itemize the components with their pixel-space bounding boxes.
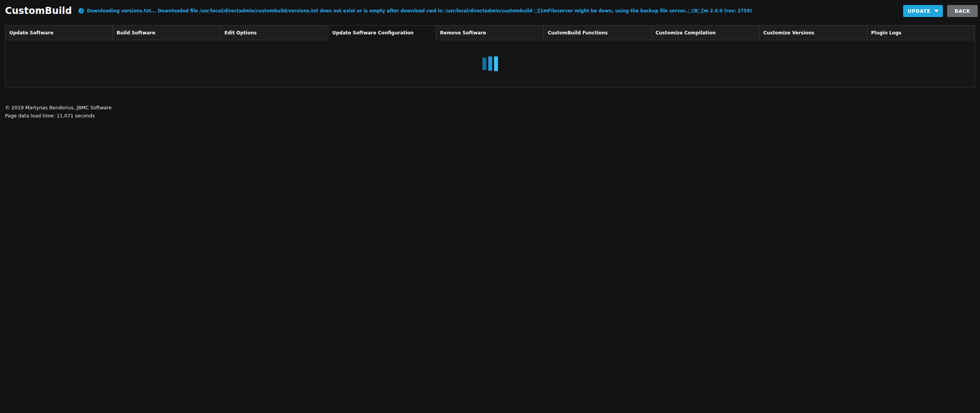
tab-custombuild-functions[interactable]: CustomBuild Functions: [544, 25, 652, 40]
update-button-label: UPDATE: [907, 8, 930, 14]
info-icon: i: [78, 8, 84, 14]
header: CustomBuild i Downloading versions.txt..…: [0, 0, 980, 18]
tab-update-software[interactable]: Update Software: [5, 25, 113, 40]
tab-bar: Update SoftwareBuild SoftwareEdit Option…: [5, 25, 975, 40]
tab-customize-versions[interactable]: Customize Versions: [759, 25, 867, 40]
chevron-down-icon: [934, 10, 939, 12]
tab-plugin-logs[interactable]: Plugin Logs: [867, 25, 975, 40]
loading-bar-2: [488, 56, 492, 71]
loading-bar-1: [482, 58, 486, 70]
header-buttons: UPDATE BACK: [903, 5, 978, 17]
load-time-text: Page data load time: 11.071 seconds: [5, 112, 975, 120]
loading-bar-3: [494, 56, 498, 71]
status-message: i Downloading versions.txt... Downloaded…: [78, 8, 903, 14]
content-panel: [5, 40, 975, 87]
tab-edit-options[interactable]: Edit Options: [221, 25, 328, 40]
update-button[interactable]: UPDATE: [903, 5, 943, 17]
tab-update-software-configuration[interactable]: Update Software Configuration: [328, 25, 436, 40]
page-title: CustomBuild: [5, 5, 72, 16]
tab-customize-compilation[interactable]: Customize Compilation: [652, 25, 759, 40]
back-button-label: BACK: [955, 8, 970, 14]
tab-remove-software[interactable]: Remove Software: [436, 25, 544, 40]
page-root: { "page": { "title": "CustomBuild" }, "h…: [0, 0, 980, 413]
tab-build-software[interactable]: Build Software: [113, 25, 221, 40]
back-button[interactable]: BACK: [947, 5, 978, 17]
footer: © 2019 Martynas Bendorius, JBMC Software…: [5, 104, 975, 120]
status-message-text: Downloading versions.txt... Downloaded f…: [87, 8, 752, 14]
loading-bars-icon: [482, 56, 498, 71]
copyright-text: © 2019 Martynas Bendorius, JBMC Software: [5, 104, 975, 112]
